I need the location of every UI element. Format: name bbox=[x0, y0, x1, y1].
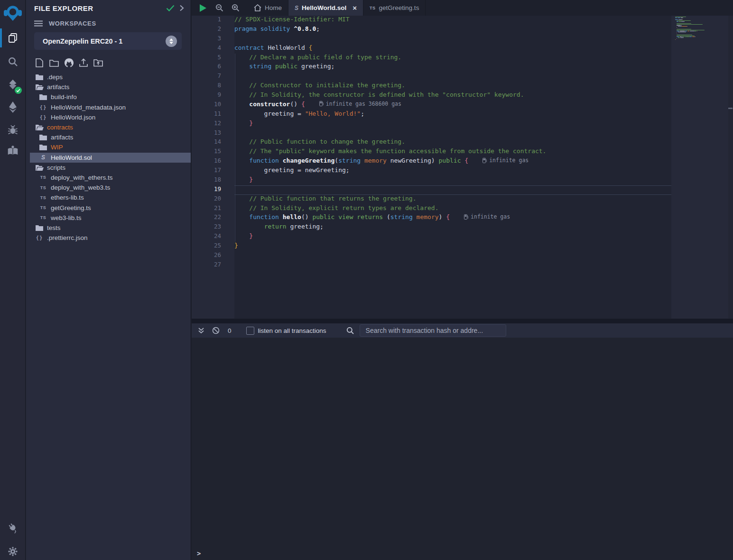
sidebar-item-debugger[interactable] bbox=[0, 119, 26, 140]
folder-icon bbox=[39, 94, 47, 100]
tree-item-.prettierrc.json[interactable]: {}.prettierrc.json bbox=[30, 233, 191, 243]
tree-item-getGreeting.ts[interactable]: TSgetGreeting.ts bbox=[30, 202, 191, 212]
json-file-icon: {} bbox=[39, 114, 46, 120]
clone-git-button[interactable] bbox=[64, 57, 74, 68]
panel-expand-button[interactable] bbox=[179, 5, 184, 11]
tree-item-label: artifacts bbox=[51, 134, 73, 141]
accept-button[interactable] bbox=[166, 5, 175, 11]
tree-item-WIP[interactable]: WIP bbox=[30, 142, 191, 152]
tree-item-label: deploy_with_web3.ts bbox=[51, 184, 110, 191]
remix-logo[interactable] bbox=[0, 2, 26, 25]
typescript-file-icon: TS bbox=[370, 6, 376, 10]
workspace-select[interactable]: OpenZeppelin ERC20 - 1 bbox=[34, 32, 182, 50]
code-line-12: } bbox=[234, 119, 671, 129]
sidebar-item-deploy-run[interactable] bbox=[0, 97, 26, 118]
tree-item-label: HelloWorld.sol bbox=[51, 154, 92, 161]
run-script-button[interactable] bbox=[198, 3, 208, 13]
line-number: 3 bbox=[192, 35, 234, 44]
tree-item-tests[interactable]: tests bbox=[30, 223, 191, 233]
solidity-file-icon: S bbox=[295, 5, 298, 11]
terminal-resize-handle[interactable] bbox=[192, 319, 733, 323]
sidebar-item-search[interactable] bbox=[0, 51, 26, 72]
sidebar-item-learneth[interactable] bbox=[0, 140, 26, 161]
sidebar-item-file-explorer[interactable] bbox=[0, 28, 26, 48]
tab-label: Home bbox=[265, 4, 282, 11]
terminal-clear-button[interactable] bbox=[212, 326, 220, 335]
tree-item-label: getGreeting.ts bbox=[51, 204, 91, 211]
tree-item-label: HelloWorld_metadata.json bbox=[51, 104, 126, 111]
folder-open-icon bbox=[36, 84, 44, 90]
tree-item-web3-lib.ts[interactable]: TSweb3-lib.ts bbox=[30, 213, 191, 223]
new-file-button[interactable] bbox=[34, 57, 45, 68]
code-line-4: contract HelloWorld { bbox=[234, 44, 671, 54]
tree-item-build-info[interactable]: build-info bbox=[30, 92, 191, 102]
code-editor[interactable]: 1234567891011121314151617181920212223242… bbox=[192, 16, 733, 319]
gas-estimate-label: infinite gas 368600 gas bbox=[326, 101, 401, 107]
tree-item-label: scripts bbox=[47, 164, 65, 171]
listen-transactions-label: listen on all transactions bbox=[258, 327, 326, 334]
tree-item-ethers-lib.ts[interactable]: TSethers-lib.ts bbox=[30, 193, 191, 202]
tab-getGreeting.ts[interactable]: TSgetGreeting.ts bbox=[363, 0, 426, 16]
line-number: 26 bbox=[192, 251, 234, 261]
zoom-in-button[interactable] bbox=[231, 3, 240, 13]
tree-item-deploy_with_ethers.ts[interactable]: TSdeploy_with_ethers.ts bbox=[30, 173, 191, 183]
hamburger-icon[interactable] bbox=[34, 20, 43, 27]
gas-estimate-widget[interactable]: infinite gas 368600 gas bbox=[319, 101, 401, 107]
code-viewport[interactable]: // SPDX-License-Identifier: MITpragma so… bbox=[234, 16, 671, 319]
gas-pump-icon bbox=[464, 214, 468, 220]
close-tab-icon[interactable]: × bbox=[353, 4, 357, 11]
code-line-2: pragma solidity ^0.8.0; bbox=[234, 25, 671, 35]
bug-icon bbox=[7, 124, 19, 136]
sidebar-item-plugin-manager[interactable] bbox=[0, 517, 26, 538]
gas-estimate-widget[interactable]: infinite gas bbox=[482, 157, 529, 164]
tree-item-HelloWorld.json[interactable]: {}HelloWorld.json bbox=[30, 112, 191, 122]
line-number: 13 bbox=[192, 129, 234, 138]
workspace-selected-value: OpenZeppelin ERC20 - 1 bbox=[43, 37, 166, 45]
tree-item-artifacts[interactable]: artifacts bbox=[30, 82, 191, 92]
solidity-file-icon: S bbox=[41, 154, 45, 161]
search-icon bbox=[346, 327, 354, 334]
upload-folder-icon bbox=[93, 58, 103, 67]
code-line-3 bbox=[234, 35, 671, 44]
editor-area: HomeSHelloWorld.sol×TSgetGreeting.ts 123… bbox=[192, 0, 733, 560]
tab-HelloWorld.sol[interactable]: SHelloWorld.sol× bbox=[288, 0, 363, 16]
tab-Home[interactable]: Home bbox=[248, 0, 288, 16]
minimap[interactable] bbox=[671, 16, 728, 319]
file-explorer-icon bbox=[7, 32, 19, 44]
upload-file-icon bbox=[79, 58, 88, 67]
tree-item-.deps[interactable]: .deps bbox=[30, 72, 191, 82]
tree-item-HelloWorld.sol[interactable]: SHelloWorld.sol bbox=[30, 153, 191, 163]
tree-item-scripts[interactable]: scripts bbox=[30, 163, 191, 173]
line-number: 5 bbox=[192, 54, 234, 63]
listen-transactions-checkbox[interactable] bbox=[246, 327, 254, 335]
editor-scrollbar[interactable] bbox=[728, 16, 733, 319]
upload-file-button[interactable] bbox=[78, 57, 89, 68]
zoom-out-button[interactable] bbox=[214, 3, 224, 13]
line-number: 6 bbox=[192, 63, 234, 72]
workspace-sort-icon[interactable] bbox=[166, 36, 177, 47]
gas-pump-icon bbox=[482, 158, 487, 163]
search-icon bbox=[7, 56, 19, 67]
terminal-collapse-button[interactable] bbox=[197, 326, 205, 335]
tree-item-contracts[interactable]: contracts bbox=[30, 122, 191, 132]
line-number: 10 bbox=[192, 101, 234, 110]
terminal-search-input[interactable] bbox=[360, 324, 506, 337]
code-line-19 bbox=[234, 185, 671, 195]
new-folder-button[interactable] bbox=[49, 57, 59, 68]
upload-folder-button[interactable] bbox=[93, 57, 103, 68]
tree-item-HelloWorld_metadata.json[interactable]: {}HelloWorld_metadata.json bbox=[30, 102, 191, 112]
sidebar-item-settings[interactable] bbox=[0, 541, 26, 560]
tree-item-artifacts[interactable]: artifacts bbox=[30, 132, 191, 142]
line-number: 7 bbox=[192, 72, 234, 82]
tree-item-deploy_with_web3.ts[interactable]: TSdeploy_with_web3.ts bbox=[30, 183, 191, 193]
gas-estimate-widget[interactable]: infinite gas bbox=[464, 213, 510, 220]
file-explorer-toolbar bbox=[34, 57, 103, 68]
line-number: 12 bbox=[192, 119, 234, 129]
code-line-9: // In Solidity, the constructor is defin… bbox=[234, 91, 671, 101]
folder-icon bbox=[39, 134, 47, 140]
tab-actions bbox=[192, 0, 248, 16]
workspaces-label: WORKSPACES bbox=[49, 20, 96, 27]
line-number: 23 bbox=[192, 223, 234, 232]
terminal-output[interactable]: > bbox=[192, 338, 733, 560]
sidebar-item-solidity-compiler[interactable] bbox=[0, 74, 26, 95]
